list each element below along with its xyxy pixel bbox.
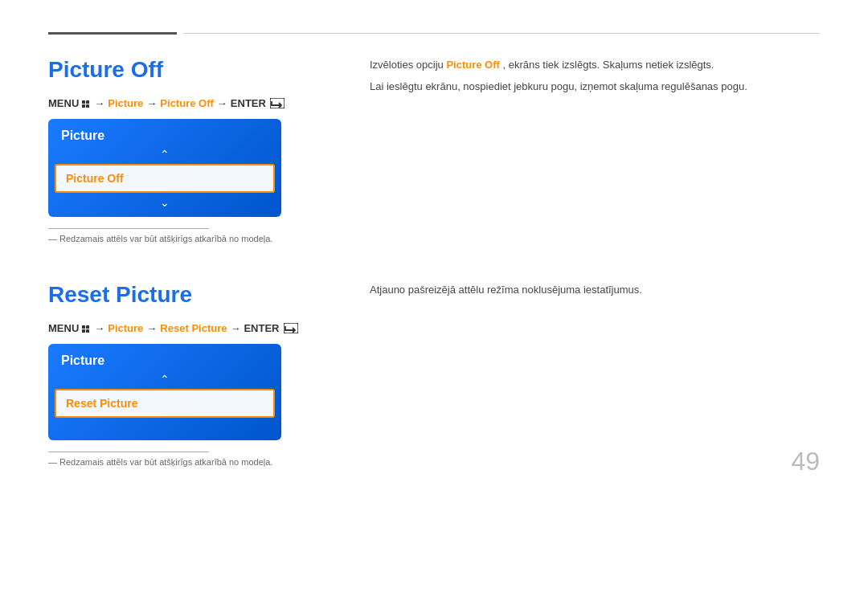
arrow-up-2: ⌃ xyxy=(48,373,281,389)
menu-label-2: MENU xyxy=(48,322,79,334)
arrow2-2: → xyxy=(146,322,157,334)
reset-picture-item: Reset Picture xyxy=(55,389,275,418)
section-left-1: Picture Off MENU → Picture → Picture Off… xyxy=(48,49,370,243)
enter-icon-2 xyxy=(284,323,298,333)
section-title-2: Reset Picture xyxy=(48,282,346,308)
section-left-2: Reset Picture MENU → Picture → Reset Pic… xyxy=(48,274,370,467)
desc-part1: Izvēloties opciju xyxy=(370,59,446,71)
desc-highlight-1: Picture Off xyxy=(446,59,499,71)
menu-path-2: MENU → Picture → Reset Picture → ENTER xyxy=(48,322,346,334)
picture-menu-1: Picture ⌃ Picture Off ⌄ xyxy=(48,119,281,217)
section-gap xyxy=(48,243,820,274)
section-right-2: Atjauno pašreizējā attēlu režīma noklusē… xyxy=(370,274,820,467)
note-text-1: Redzamais attēls var būt atšķirīgs atkar… xyxy=(48,234,346,243)
desc-reset: Atjauno pašreizējā attēlu režīma noklusē… xyxy=(370,284,642,296)
desc-part2: , ekrāns tiek izslēgts. Skaļums netiek i… xyxy=(502,59,714,71)
arrow2-1: → xyxy=(146,97,157,109)
section-reset-picture: Reset Picture MENU → Picture → Reset Pic… xyxy=(48,274,820,467)
desc-text-1b: Lai ieslēgtu ekrānu, nospiediet jebkuru … xyxy=(370,79,820,96)
picture-menu-2: Picture ⌃ Reset Picture xyxy=(48,344,281,440)
arrow-up-1: ⌃ xyxy=(48,148,281,164)
desc-text-1: Izvēloties opciju Picture Off , ekrāns t… xyxy=(370,57,820,74)
top-divider xyxy=(48,32,820,35)
path-picture-off: Picture Off xyxy=(160,97,213,109)
menu-icon-1 xyxy=(80,97,91,109)
arrow3-1: → xyxy=(217,97,227,109)
picture-off-item: Picture Off xyxy=(55,164,275,193)
desc-part3: Lai ieslēgtu ekrānu, nospiediet jebkuru … xyxy=(370,80,747,92)
section-right-1: Izvēloties opciju Picture Off , ekrāns t… xyxy=(370,49,820,243)
menu-path-1: MENU → Picture → Picture Off → ENTER xyxy=(48,97,346,109)
picture-menu-header-2: Picture xyxy=(48,344,281,373)
path-picture-2: Picture xyxy=(108,322,143,334)
enter-label-2: ENTER xyxy=(244,322,279,334)
menu-label-1: MENU xyxy=(48,97,79,109)
section-picture-off: Picture Off MENU → Picture → Picture Off… xyxy=(48,49,820,243)
enter-label-1: ENTER xyxy=(231,97,266,109)
arrow1-2: → xyxy=(94,322,104,334)
desc-text-2: Atjauno pašreizējā attēlu režīma noklusē… xyxy=(370,282,820,299)
section-title-1: Picture Off xyxy=(48,57,346,83)
arrow-down-1: ⌄ xyxy=(48,193,281,217)
enter-icon-1 xyxy=(270,98,285,108)
divider-thin xyxy=(183,33,820,34)
arrow3-2: → xyxy=(230,322,240,334)
arrow1-1: → xyxy=(94,97,104,109)
page: Picture Off MENU → Picture → Picture Off… xyxy=(0,0,868,499)
picture-menu-header-1: Picture xyxy=(48,119,281,148)
path-picture-1: Picture xyxy=(108,97,143,109)
menu-icon-2 xyxy=(80,322,91,334)
note-line-2 xyxy=(48,452,209,452)
path-reset-picture: Reset Picture xyxy=(160,322,227,334)
divider-thick xyxy=(48,32,177,35)
note-line-1 xyxy=(48,228,209,229)
note-text-2: Redzamais attēls var būt atšķirīgs atkar… xyxy=(48,457,346,467)
page-number: 49 xyxy=(791,447,820,476)
